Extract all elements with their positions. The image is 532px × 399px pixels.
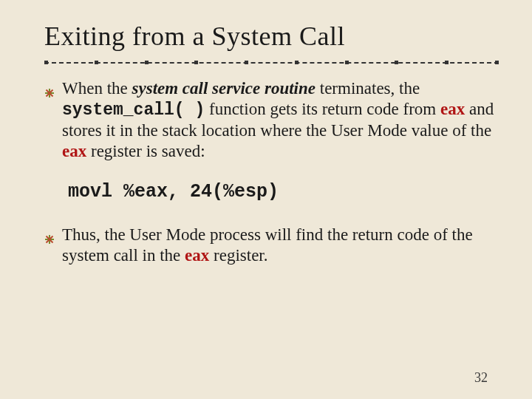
register-eax: eax [62,142,86,160]
text: function gets its return code from [205,100,440,118]
text: register is saved: [86,142,205,160]
assembly-code: movl %eax, 24(%esp) [68,181,497,204]
register-eax: eax [185,246,209,265]
page-number: 32 [474,370,488,386]
register-eax: eax [440,100,465,118]
text: When the [62,79,132,98]
bullet-text-1: When the system call service routine ter… [62,78,497,162]
text: register. [209,246,267,265]
divider [44,59,499,65]
code-inline: system_call( ) [62,100,205,120]
bullet-icon [44,229,55,250]
bullet-item-2: Thus, the User Mode process will find th… [44,225,497,266]
text: terminates, the [316,79,420,98]
italic-term: system call service routine [132,79,316,98]
bullet-item-1: When the system call service routine ter… [44,78,497,162]
bullet-text-2: Thus, the User Mode process will find th… [62,225,497,266]
slide: Exiting from a System Call When the syst… [0,0,532,399]
slide-title: Exiting from a System Call [44,21,497,52]
slide-body: When the system call service routine ter… [44,78,497,266]
bullet-icon [44,83,55,103]
